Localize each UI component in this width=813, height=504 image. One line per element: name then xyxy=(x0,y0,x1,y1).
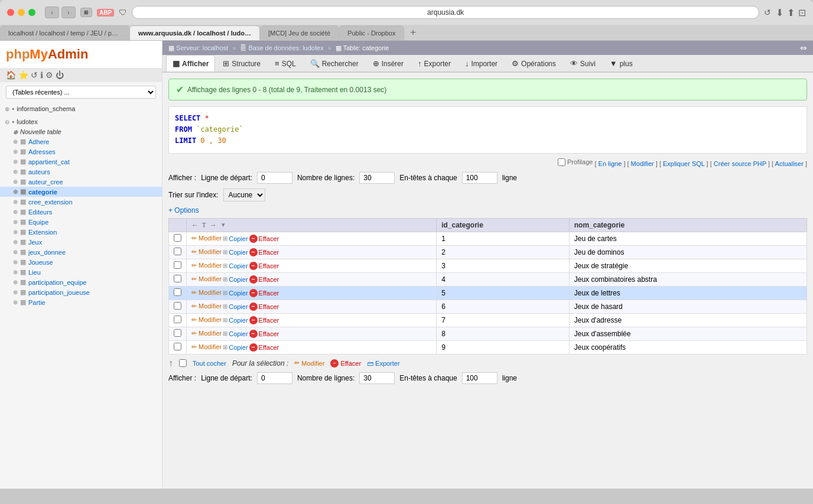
row-checkbox[interactable] xyxy=(174,288,181,296)
info-icon[interactable]: ℹ xyxy=(40,70,43,80)
exporter-selection-button[interactable]: 🗃 Exporter xyxy=(367,360,400,367)
row-checkbox[interactable] xyxy=(174,343,181,350)
delete-button[interactable]: Effacer xyxy=(259,344,279,351)
nb-lignes-input[interactable] xyxy=(359,172,395,184)
profilage-checkbox-label[interactable]: Profilage xyxy=(558,158,593,166)
close-button[interactable] xyxy=(7,9,14,16)
sidebar-item-equipe[interactable]: ⊕▦Equipe xyxy=(0,217,162,227)
refresh-icon[interactable]: ↺ xyxy=(31,70,38,80)
expliquer-link[interactable]: Expliquer SQL xyxy=(663,160,705,167)
modifier-link[interactable]: Modifier xyxy=(631,160,654,167)
sidebar-item-categorie[interactable]: ⊕▦categorie xyxy=(0,187,162,197)
edit-button[interactable]: ✏ Modifier xyxy=(191,262,222,269)
sidebar-item-adhere[interactable]: ⊕▦Adhere xyxy=(0,136,162,147)
row-checkbox[interactable] xyxy=(174,316,181,323)
tab-plus[interactable]: ▼ plus xyxy=(603,55,639,71)
reload-button[interactable]: ↺ xyxy=(764,8,771,17)
ligne-depart-input[interactable] xyxy=(257,172,292,184)
delete-button[interactable]: Effacer xyxy=(259,276,279,283)
sidebar-item-jeux-donnee[interactable]: ⊕▦jeux_donnee xyxy=(0,247,162,257)
sort-dropdown-icon[interactable]: ▼ xyxy=(220,222,226,228)
forward-button[interactable]: › xyxy=(61,6,76,18)
copy-button[interactable]: Copier xyxy=(229,290,248,297)
en-tetes-input-bottom[interactable] xyxy=(462,372,497,384)
tab-exporter[interactable]: ↑ Exporter xyxy=(411,55,457,71)
edit-button[interactable]: ✏ Modifier xyxy=(191,235,222,242)
nb-lignes-input-bottom[interactable] xyxy=(359,372,395,384)
tab-afficher[interactable]: ▦ Afficher xyxy=(166,55,215,71)
edit-button[interactable]: ✏ Modifier xyxy=(191,303,222,310)
tab-mcd[interactable]: [MCD] Jeu de société xyxy=(260,25,339,40)
breadcrumb-server[interactable]: Serveur: localhost xyxy=(176,44,228,51)
row-checkbox[interactable] xyxy=(174,261,181,269)
copy-button[interactable]: Copier xyxy=(229,249,248,256)
delete-button[interactable]: Effacer xyxy=(259,262,279,269)
ligne-depart-input-bottom[interactable] xyxy=(257,372,292,384)
copy-button[interactable]: Copier xyxy=(229,262,248,269)
exit-icon[interactable]: ⏻ xyxy=(56,70,64,80)
tab-rechercher[interactable]: 🔍 Rechercher xyxy=(304,55,365,71)
settings-icon[interactable]: ⚙ xyxy=(45,70,53,80)
sidebar-item-jeux[interactable]: ⊕▦Jeux xyxy=(0,237,162,247)
sidebar-item-extension[interactable]: ⊕▦Extension xyxy=(0,227,162,237)
sidebar-item-auteur-cree[interactable]: ⊕▦auteur_cree xyxy=(0,177,162,187)
th-nom-categorie[interactable]: nom_categorie xyxy=(569,218,807,232)
breadcrumb-collapse-icon[interactable]: ⇔ xyxy=(800,43,807,53)
db-ludotex-label[interactable]: ⊖ ▪ ludotex xyxy=(0,116,162,127)
sidebar-item-appartient-cat[interactable]: ⊕▦appartient_cat xyxy=(0,157,162,167)
sidebar-item-cree-extension[interactable]: ⊕▦cree_extension xyxy=(0,197,162,207)
row-checkbox[interactable] xyxy=(174,275,181,282)
back-button[interactable]: ‹ xyxy=(45,6,59,18)
en-ligne-link[interactable]: En ligne xyxy=(599,160,622,167)
row-checkbox[interactable] xyxy=(174,234,181,242)
sidebar-item-auteurs[interactable]: ⊕▦auteurs xyxy=(0,167,162,177)
address-bar[interactable]: arquusia.dk xyxy=(132,6,759,19)
window-mode-button[interactable]: ⊞ xyxy=(80,8,92,17)
creer-source-link[interactable]: Créer source PHP xyxy=(714,160,766,167)
modifier-selection-button[interactable]: ✏ Modifier xyxy=(294,359,324,367)
recent-tables-select[interactable]: (Tables récentes) ... xyxy=(6,86,156,99)
options-row[interactable]: + Options xyxy=(168,206,807,214)
sidebar-item-partie[interactable]: ⊕▦Partie xyxy=(0,297,162,307)
edit-button[interactable]: ✏ Modifier xyxy=(191,316,222,324)
delete-button[interactable]: Effacer xyxy=(259,317,279,324)
arrow-left-icon[interactable]: ← xyxy=(191,221,199,229)
tab-localhost[interactable]: localhost / localhost / temp / JEU / php… xyxy=(0,25,130,40)
tab-suivi[interactable]: 👁 Suivi xyxy=(564,55,602,71)
edit-button[interactable]: ✏ Modifier xyxy=(191,275,222,283)
delete-button[interactable]: Effacer xyxy=(259,249,279,256)
new-tab-button[interactable]: + xyxy=(404,25,421,40)
download-icon[interactable]: ⬇ xyxy=(776,7,783,18)
sidebar-item-editeurs[interactable]: ⊕▦Editeurs xyxy=(0,207,162,217)
copy-button[interactable]: Copier xyxy=(229,235,248,242)
delete-button[interactable]: Effacer xyxy=(259,330,279,337)
sidebar-item-participation-equipe[interactable]: ⊕▦participation_equipe xyxy=(0,277,162,287)
tab-arquusia[interactable]: www.arquusia.dk / localhost / ludotex / … xyxy=(130,25,260,40)
copy-button[interactable]: Copier xyxy=(229,330,248,337)
tab-sql[interactable]: ≡ SQL xyxy=(268,55,303,71)
maximize-button[interactable] xyxy=(28,9,35,16)
row-checkbox[interactable] xyxy=(174,248,181,255)
sidebar-item-participation-joueuse[interactable]: ⊕▦participation_joueuse xyxy=(0,287,162,297)
row-checkbox[interactable] xyxy=(174,329,181,337)
tab-importer[interactable]: ↓ Importer xyxy=(458,55,504,71)
row-checkbox[interactable] xyxy=(174,302,181,310)
th-id-categorie[interactable]: id_categorie xyxy=(437,218,570,232)
share-icon[interactable]: ⬆ xyxy=(787,7,795,18)
minimize-button[interactable] xyxy=(18,9,25,16)
db-information-schema-label[interactable]: ⊕ ▪ information_schema xyxy=(0,103,162,114)
copy-button[interactable]: Copier xyxy=(229,303,248,310)
edit-button[interactable]: ✏ Modifier xyxy=(191,289,222,297)
edit-button[interactable]: ✏ Modifier xyxy=(191,248,222,256)
delete-button[interactable]: Effacer xyxy=(259,303,279,310)
sidebar-item-adresses[interactable]: ⊕▦Adresses xyxy=(0,147,162,157)
delete-button[interactable]: Effacer xyxy=(259,290,279,297)
sidebar-item-joueuse[interactable]: ⊕▦Joueuse xyxy=(0,257,162,267)
sort-select[interactable]: Aucune xyxy=(223,188,265,201)
effacer-selection-button[interactable]: − Effacer xyxy=(330,359,361,368)
copy-button[interactable]: Copier xyxy=(229,317,248,324)
arrow-right-icon[interactable]: → xyxy=(210,221,217,229)
sidebar-item-nouvelle-table[interactable]: ⊕ Nouvelle table xyxy=(0,127,162,136)
edit-button[interactable]: ✏ Modifier xyxy=(191,343,222,351)
delete-button[interactable]: Effacer xyxy=(259,235,279,242)
